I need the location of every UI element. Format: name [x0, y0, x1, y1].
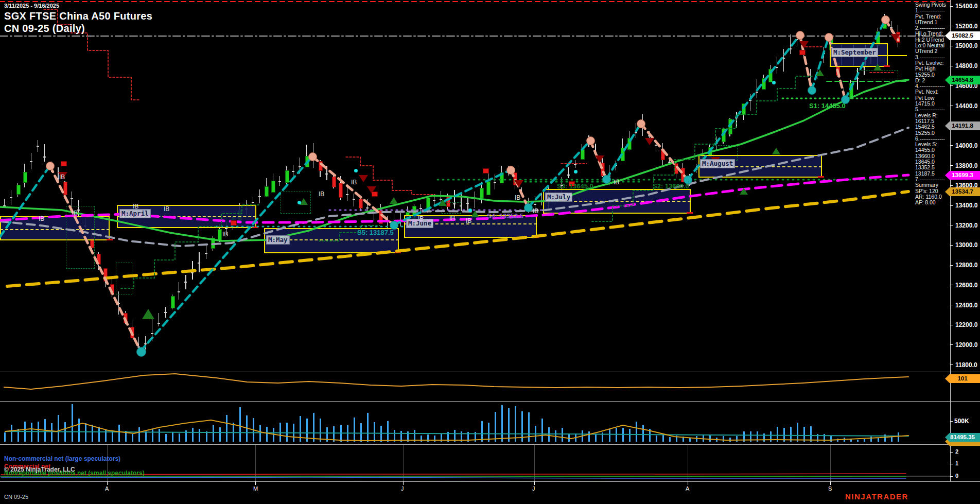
price-tick-label: 14800.0: [955, 62, 977, 69]
time-tick-mark: [403, 481, 404, 485]
cot-net-tick-mark: [950, 476, 953, 477]
volume-ma-badge: 81495.35: [945, 433, 980, 442]
cot-index-badge: 101: [945, 374, 980, 383]
price-tick-mark: [950, 46, 953, 46]
cot-legend: Non-commercial net (large speculators)Co…: [0, 0, 309, 504]
time-tick-mark: [534, 481, 535, 485]
price-tick-mark: [950, 325, 953, 325]
time-tick-mark: [830, 481, 831, 485]
cot-net-axis-label: 2: [955, 448, 958, 455]
price-tick-mark: [950, 66, 953, 66]
cot-net-tick-mark: [950, 464, 953, 464]
price-tick-mark: [950, 245, 953, 246]
copyright: © 2025 NinjaTrader, LLC: [4, 466, 75, 473]
cot-net-axis-label: 1: [955, 460, 958, 466]
price-tick-label: 14400.0: [955, 102, 977, 110]
price-tick-mark: [950, 185, 953, 186]
last-price-badge: 15082.5: [945, 31, 980, 40]
ninjatrader-logo: NINJATRADER: [845, 492, 908, 501]
price-tick-label: 12800.0: [955, 262, 977, 269]
price-tick-label: 15200.0: [955, 23, 977, 30]
green-ma-badge: 14654.8: [945, 76, 980, 84]
gold-line-badge: 13534.7: [945, 187, 980, 196]
price-tick-label: 12600.0: [955, 282, 977, 289]
price-tick-mark: [950, 145, 953, 146]
price-tick-label: 13000.0: [955, 241, 977, 249]
gray-ma-badge: 14191.8: [945, 121, 980, 130]
price-tick-label: 14000.0: [955, 142, 977, 149]
cot-net-tick-mark: [950, 452, 953, 453]
price-tick-label: 13200.0: [955, 222, 977, 229]
price-tick-label: 11800.0: [955, 361, 977, 369]
price-tick-mark: [950, 265, 953, 266]
magenta-ma-badge: 13699.3: [945, 171, 980, 180]
price-tick-mark: [950, 225, 953, 225]
price-tick-mark: [950, 106, 953, 106]
volume-axis-label: 500K: [954, 418, 969, 425]
price-tick-mark: [950, 285, 953, 285]
volume-tick-mark: [950, 421, 953, 422]
price-tick-label: 12200.0: [955, 321, 977, 328]
time-tick-label: S: [828, 485, 832, 492]
time-tick-label: A: [686, 485, 689, 492]
price-tick-label: 15400.0: [955, 3, 977, 10]
price-tick-mark: [950, 364, 953, 365]
time-tick-mark: [688, 481, 688, 485]
legend-entry: Non-commercial net (large speculators): [4, 455, 120, 462]
chart-window: IBIBIBIBIBIBIBIBIBIBIBIBIBIBIBIBS1: 1445…: [0, 0, 980, 504]
time-tick-label: J: [401, 485, 404, 492]
price-tick-label: 15000.0: [955, 42, 977, 49]
price-tick-mark: [950, 26, 953, 26]
price-tick-label: 13800.0: [955, 162, 977, 169]
time-tick-label: J: [532, 485, 535, 492]
contract-label: CN 09-25: [4, 494, 28, 500]
price-tick-label: 13400.0: [955, 202, 977, 209]
cot-net-axis-label: 0: [955, 473, 958, 479]
price-tick-mark: [950, 205, 953, 206]
price-tick-mark: [950, 165, 953, 166]
price-tick-mark: [950, 85, 953, 86]
price-tick-mark: [950, 305, 953, 305]
price-tick-label: 12000.0: [955, 341, 977, 349]
price-tick-mark: [950, 344, 953, 345]
price-tick-label: 12400.0: [955, 302, 977, 309]
price-tick-mark: [950, 6, 953, 7]
